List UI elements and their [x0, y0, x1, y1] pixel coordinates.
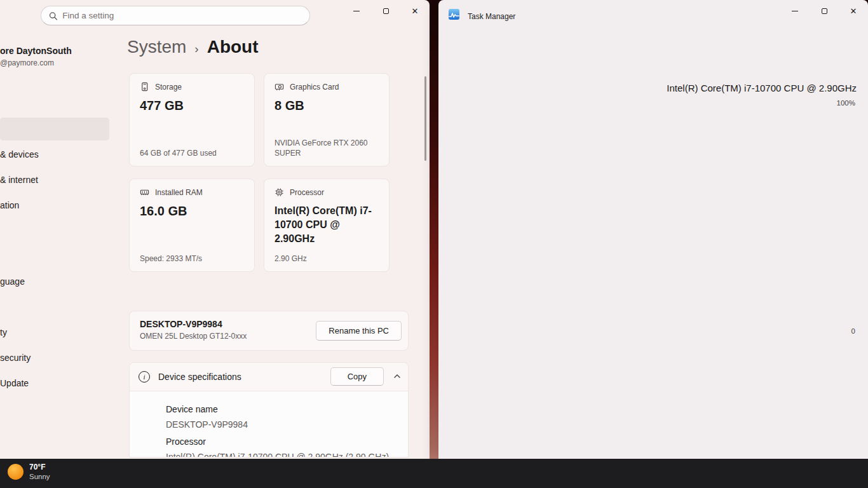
sidebar-item-accessibility[interactable]: ty [0, 327, 7, 337]
minimize-button[interactable] [342, 0, 371, 22]
settings-window: ✕ ore DaytonSouth @paymore.com & devices… [0, 0, 430, 459]
spec-value: Intel(R) Core(TM) i7-10700 CPU @ 2.90GHz… [166, 452, 408, 458]
spec-value: DESKTOP-V9P9984 [166, 419, 408, 430]
device-specifications-body: Device name DESKTOP-V9P9984 Processor In… [130, 391, 408, 458]
sidebar-item-personalization[interactable]: ation [0, 200, 19, 210]
device-name-card: DESKTOP-V9P9984 OMEN 25L Desktop GT12-0x… [129, 311, 409, 351]
task-manager-window-controls: ✕ [780, 0, 868, 22]
sidebar-item-bluetooth-devices[interactable]: & devices [0, 149, 39, 159]
maximize-button[interactable] [371, 0, 400, 22]
ram-card-title: Installed RAM [155, 188, 203, 197]
weather-widget[interactable]: 70°F Sunny [8, 463, 50, 481]
ram-footer: Speed: 2933 MT/s [140, 254, 245, 264]
storage-icon [140, 82, 149, 92]
sidebar-item-network-internet[interactable]: & internet [0, 175, 38, 185]
minimize-button[interactable] [780, 0, 810, 22]
close-button[interactable]: ✕ [839, 0, 868, 22]
axis-label-100: 100% [837, 99, 855, 107]
search-icon [49, 11, 57, 20]
maximize-button[interactable] [810, 0, 839, 22]
processor-footer: 2.90 GHz [275, 254, 380, 264]
sidebar-item-windows-update[interactable]: Update [0, 378, 29, 388]
storage-card-title: Storage [155, 83, 182, 92]
graphics-card: Graphics Card 8 GB NVIDIA GeForce RTX 20… [264, 73, 390, 166]
cpu-icon [275, 187, 284, 197]
account-name: ore DaytonSouth [0, 46, 72, 56]
processor-value: Intel(R) Core(TM) i7-10700 CPU @ 2.90GHz [275, 204, 379, 246]
window-title: Task Manager [468, 12, 515, 21]
settings-scrollbar[interactable] [424, 76, 426, 161]
ram-card: Installed RAM 16.0 GB Speed: 2933 MT/s [129, 179, 255, 272]
settings-window-controls: ✕ [342, 0, 430, 22]
task-manager-titlebar: Task Manager ✕ [438, 0, 868, 33]
cpu-model-subtitle: Intel(R) Core(TM) i7-10700 CPU @ 2.90GHz [667, 83, 857, 93]
device-specifications-header[interactable]: i Device specifications Copy [130, 363, 408, 391]
axis-label-0: 0 [851, 327, 855, 335]
page-title: About [207, 37, 259, 57]
desktop: ✕ ore DaytonSouth @paymore.com & devices… [0, 0, 868, 488]
device-specifications-title: Device specifications [158, 372, 241, 382]
weather-temp: 70°F [29, 463, 50, 472]
chevron-up-icon[interactable] [393, 372, 402, 381]
gpu-icon [275, 82, 284, 92]
sidebar-item-time-language[interactable]: guage [0, 276, 25, 287]
storage-footer: 64 GB of 477 GB used [140, 148, 245, 158]
processor-card-title: Processor [290, 188, 324, 197]
task-manager-window: Task Manager ✕ Performance Run new task … [438, 0, 868, 459]
copy-button[interactable]: Copy [330, 367, 384, 386]
spec-label: Processor [166, 437, 408, 447]
device-specifications-card: i Device specifications Copy Device name… [129, 362, 409, 458]
breadcrumb-separator: › [194, 42, 198, 56]
task-manager-app-icon [449, 9, 459, 20]
sidebar-item-privacy-security[interactable]: security [0, 353, 31, 363]
ram-value: 16.0 GB [140, 204, 244, 218]
breadcrumb-system[interactable]: System [127, 37, 186, 57]
weather-condition: Sunny [29, 472, 50, 481]
graphics-value: 8 GB [275, 98, 379, 112]
spec-label: Device name [166, 404, 408, 414]
info-icon: i [139, 371, 150, 383]
breadcrumb: System › About [127, 37, 259, 57]
processor-card: Processor Intel(R) Core(TM) i7-10700 CPU… [264, 179, 390, 272]
sidebar-item-system-selected[interactable] [0, 118, 109, 140]
close-button[interactable]: ✕ [400, 0, 430, 22]
graphics-card-title: Graphics Card [290, 83, 339, 92]
settings-search-input[interactable] [62, 11, 302, 20]
storage-value: 477 GB [140, 98, 244, 112]
ram-icon [140, 187, 149, 197]
taskbar: 70°F Sunny [0, 459, 868, 488]
settings-search-box[interactable] [41, 6, 310, 25]
storage-card: Storage 477 GB 64 GB of 477 GB used [129, 73, 255, 166]
account-email: @paymore.com [0, 58, 54, 67]
sun-icon [8, 464, 24, 480]
rename-pc-button[interactable]: Rename this PC [316, 321, 402, 341]
graphics-footer: NVIDIA GeForce RTX 2060 SUPER [275, 138, 380, 158]
